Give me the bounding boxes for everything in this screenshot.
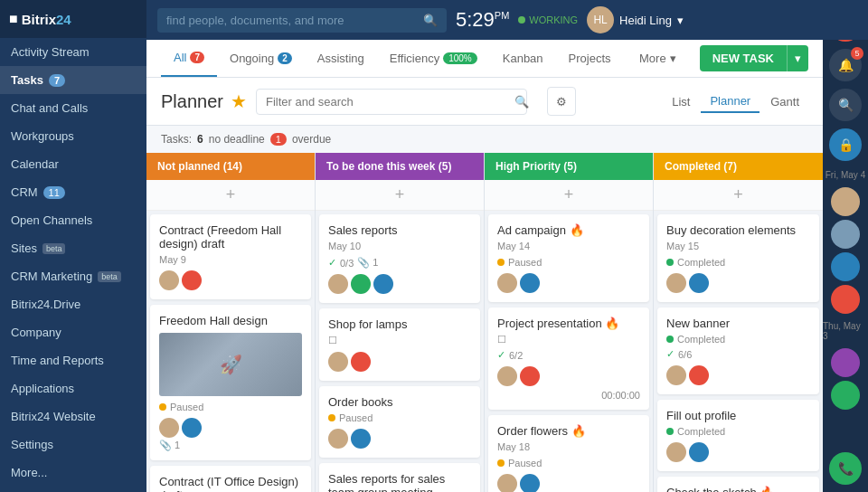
sidebar-item-more[interactable]: More... (0, 459, 146, 487)
chevron-down-icon: ▾ (677, 14, 684, 27)
rp-avatar-3[interactable] (831, 252, 860, 281)
avatar (497, 366, 517, 386)
configure-menu-button[interactable]: CONFIGURE MENU ⚙ (0, 487, 146, 492)
avatar (520, 474, 540, 492)
card-project-presentation[interactable]: Project presentation 🔥 ☐ ✓ 6/2 00:00:00 (488, 308, 649, 410)
date-label: Fri, May 4 (826, 170, 865, 180)
card-new-banner[interactable]: New banner Completed ✓ 6/6 (657, 308, 819, 394)
sidebar-item-open-channels[interactable]: Open Channels (0, 206, 146, 234)
tab-assisting[interactable]: Assisting (305, 41, 377, 76)
sidebar-item-workgroups[interactable]: Workgroups (0, 122, 146, 150)
col-add-not-planned[interactable]: + (146, 180, 315, 211)
sidebar-item-drive[interactable]: Bitrix24.Drive (0, 290, 146, 318)
sidebar-item-calendar[interactable]: Calendar (0, 150, 146, 178)
col-header-high-priority: High Priority (5) (485, 153, 653, 180)
card-ad-campaign[interactable]: Ad campaign 🔥 May 14 Paused (488, 214, 649, 302)
col-header-completed: Completed (7) (654, 153, 823, 180)
planner-settings-button[interactable]: ⚙ (547, 87, 576, 116)
col-cards-completed: Buy decoration elements May 15 Completed… (654, 211, 823, 492)
view-options: List Planner Gantt (663, 90, 808, 113)
status-dot (497, 259, 505, 266)
card-shop-lamps-1[interactable]: Shop for lamps ☐ (319, 308, 480, 381)
col-add-high-priority[interactable]: + (485, 180, 653, 211)
search-input[interactable] (166, 14, 418, 27)
filter-input[interactable] (256, 89, 527, 115)
bell-icon: 🔔 (838, 58, 854, 72)
gear-icon: ⚙ (556, 95, 567, 109)
rp-avatar-4[interactable] (831, 285, 860, 314)
view-list-button[interactable]: List (663, 91, 699, 112)
avatar (689, 365, 709, 385)
card-order-flowers[interactable]: Order flowers 🔥 May 18 Paused (488, 415, 649, 492)
task-stats: Tasks: 6 no deadline 1 overdue (146, 126, 823, 153)
sidebar-item-settings[interactable]: Settings (0, 430, 146, 459)
phone-button[interactable]: 📞 (829, 452, 862, 485)
user-avatar: HL (587, 6, 614, 33)
search-box[interactable]: 🔍 (157, 8, 447, 33)
rp-avatar-1[interactable] (831, 187, 860, 216)
user-info[interactable]: HL Heidi Ling ▾ (587, 6, 684, 33)
star-icon[interactable]: ★ (231, 90, 247, 112)
card-contract-it[interactable]: Contract (IT Office Design) draft May 17 (150, 466, 311, 492)
search-panel-button[interactable]: 🔍 (829, 89, 862, 121)
status-dot (666, 428, 674, 435)
avatar (351, 274, 371, 294)
card-fill-out-profile[interactable]: Fill out profile Completed (657, 400, 819, 471)
kanban-board: Not planned (14) + Contract (Freedom Hal… (146, 153, 823, 492)
sidebar-item-website[interactable]: Bitrix24 Website (0, 402, 146, 430)
status-dot (666, 336, 674, 343)
column-completed: Completed (7) + Buy decoration elements … (654, 153, 823, 492)
sidebar-item-crm[interactable]: CRM 11 (0, 178, 146, 206)
status-dot (497, 459, 505, 467)
card-buy-decoration[interactable]: Buy decoration elements May 15 Completed (657, 214, 819, 302)
app-logo: ■ Bitrix24 (0, 0, 146, 38)
col-add-to-be-done[interactable]: + (316, 180, 484, 211)
column-not-planned: Not planned (14) + Contract (Freedom Hal… (146, 153, 316, 492)
sidebar-item-crm-marketing[interactable]: CRM Marketing beta (0, 262, 146, 290)
tab-ongoing[interactable]: Ongoing 2 (217, 41, 305, 76)
clock-display: 5:29PM (456, 8, 509, 31)
column-to-be-done: To be done this week (5) + Sales reports… (316, 153, 485, 492)
sidebar-item-chat-calls[interactable]: Chat and Calls (0, 94, 146, 122)
card-check-sketch[interactable]: Check the sketch 🔥 ✓ 4/4 (657, 477, 819, 492)
planner-title: Planner ★ (161, 90, 247, 112)
avatar (373, 274, 393, 294)
col-cards-to-be-done: Sales reports May 10 ✓ 0/3 📎 1 Shop for … (316, 211, 484, 492)
planner-header: Planner ★ 🔍 ⚙ List Planner Gantt (146, 78, 823, 126)
rp-avatar-6[interactable] (831, 381, 860, 410)
working-status: WORKING (518, 14, 578, 25)
new-task-button[interactable]: NEW TASK (700, 45, 787, 71)
rp-avatar-5[interactable] (831, 348, 860, 377)
card-contract-freedom[interactable]: Contract (Freedom Hall design) draft May… (150, 214, 311, 299)
status-dot (666, 259, 674, 266)
col-cards-not-planned: Contract (Freedom Hall design) draft May… (146, 211, 315, 492)
tab-kanban[interactable]: Kanban (490, 41, 556, 76)
tab-projects[interactable]: Projects (556, 41, 624, 76)
col-header-to-be-done: To be done this week (5) (316, 153, 484, 180)
card-sales-reports-group[interactable]: Sales reports for sales team group meeti… (319, 463, 480, 492)
notifications-button[interactable]: 🔔 5 (829, 49, 862, 81)
tab-more[interactable]: More ▾ (627, 41, 689, 76)
col-cards-high-priority: Ad campaign 🔥 May 14 Paused Project pres… (485, 211, 653, 492)
sidebar-item-tasks[interactable]: Tasks 7 (0, 66, 146, 94)
tab-all[interactable]: All 7 (161, 40, 217, 77)
new-task-dropdown-button[interactable]: ▾ (787, 45, 808, 71)
logo-icon: ■ (9, 11, 18, 27)
view-gantt-button[interactable]: Gantt (761, 91, 808, 112)
avatar (497, 273, 517, 293)
sidebar-item-applications[interactable]: Applications (0, 374, 146, 402)
topbar: 🔍 5:29PM WORKING HL Heidi Ling ▾ (146, 0, 868, 40)
lock-button[interactable]: 🔒 (829, 128, 862, 161)
rp-avatar-2[interactable] (831, 220, 860, 249)
card-sales-reports[interactable]: Sales reports May 10 ✓ 0/3 📎 1 (319, 214, 480, 303)
card-freedom-hall-design[interactable]: Freedom Hall design 🚀 Paused 📎 1 (150, 305, 311, 460)
card-order-books[interactable]: Order books Paused (319, 386, 480, 458)
sidebar-item-time-reports[interactable]: Time and Reports (0, 346, 146, 374)
card-image: 🚀 (159, 333, 302, 396)
col-add-completed[interactable]: + (654, 180, 823, 211)
sidebar-item-activity-stream[interactable]: Activity Stream (0, 38, 146, 66)
tab-efficiency[interactable]: Efficiency 100% (377, 41, 490, 76)
sidebar-item-sites[interactable]: Sites beta (0, 234, 146, 262)
view-planner-button[interactable]: Planner (701, 90, 760, 113)
sidebar-item-company[interactable]: Company (0, 318, 146, 346)
